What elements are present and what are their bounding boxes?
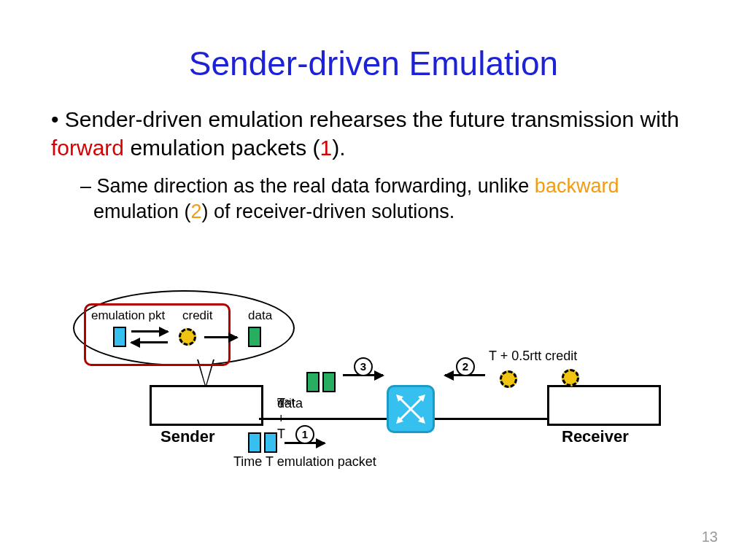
step-1-badge: 1	[295, 425, 314, 444]
legend-arrow-left	[131, 341, 168, 343]
slide-title: Sender-driven Emulation	[0, 44, 747, 83]
bullet-1: Sender-driven emulation rehearses the fu…	[51, 105, 696, 162]
credit-1	[500, 370, 517, 388]
legend-arrow-right	[131, 330, 168, 332]
legend-credit-label: credit	[182, 308, 213, 323]
legend-emu-label: emulation pkt	[91, 308, 165, 323]
bullet-2: Same direction as the real data forwardi…	[80, 174, 696, 225]
slide: Sender-driven Emulation Sender-driven em…	[0, 0, 747, 560]
data-pkt-2	[322, 372, 336, 392]
legend-data-label: data	[248, 308, 272, 323]
data-pkt-1	[306, 372, 320, 392]
data-packet-icon	[248, 327, 261, 347]
switch-icon	[387, 385, 435, 433]
switch-arrows-icon	[392, 391, 429, 427]
credit-icon	[179, 328, 196, 346]
legend-arrow-data	[204, 336, 237, 338]
emu-pkt-2	[264, 432, 277, 453]
network-diagram: emulation pkt credit data Sender Receive…	[51, 290, 693, 516]
emu-time-label: Time T emulation packet	[233, 454, 376, 470]
sender-box	[150, 385, 263, 426]
receiver-label: Receiver	[562, 427, 629, 446]
bullet-list: Sender-driven emulation rehearses the fu…	[51, 105, 696, 225]
page-number: 13	[702, 529, 718, 545]
step-2-badge: 2	[456, 357, 475, 376]
credit-time-label: T + 0.5rtt credit	[489, 349, 577, 364]
sender-label: Sender	[160, 427, 215, 446]
step-3-badge: 3	[354, 357, 373, 376]
receiver-box	[547, 385, 661, 426]
credit-2	[562, 369, 579, 386]
emu-pkt-1	[248, 432, 261, 453]
emulation-packet-icon	[113, 327, 126, 347]
